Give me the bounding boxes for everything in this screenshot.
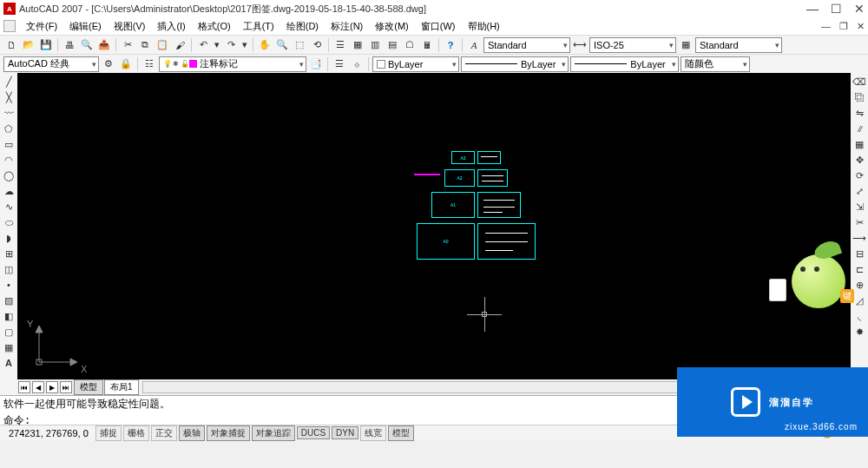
undo-dropdown[interactable]: ▾: [213, 37, 221, 53]
redo-button[interactable]: ↷: [223, 37, 239, 53]
gradient-tool[interactable]: ◧: [2, 309, 16, 323]
paste-button[interactable]: 📋: [155, 37, 170, 53]
plotstyle-combo[interactable]: 随颜色: [681, 56, 750, 72]
redo-dropdown[interactable]: ▾: [240, 37, 249, 53]
rotate-tool[interactable]: ⟳: [852, 168, 866, 182]
menu-modify[interactable]: 修改(M): [370, 19, 414, 34]
dimstyle-icon[interactable]: ⟷: [572, 37, 588, 53]
table-tool[interactable]: ▦: [2, 340, 16, 354]
mdi-minimize[interactable]: —: [821, 21, 831, 32]
sheet-set-button[interactable]: ▤: [385, 37, 400, 53]
explode-tool[interactable]: ✸: [852, 325, 866, 339]
pan-button[interactable]: ✋: [257, 37, 273, 53]
tab-prev-button[interactable]: ◀: [32, 381, 44, 393]
properties-button[interactable]: ☰: [332, 37, 348, 53]
line-tool[interactable]: ╱: [2, 75, 16, 89]
copy-tool[interactable]: ⿻: [852, 90, 866, 104]
move-tool[interactable]: ✥: [852, 153, 866, 167]
workspace-lock-button[interactable]: 🔒: [118, 56, 134, 72]
plot-preview-button[interactable]: 🔍: [79, 37, 95, 53]
tool-palettes-button[interactable]: ▥: [367, 37, 383, 53]
arc-tool[interactable]: ◠: [2, 153, 16, 167]
menu-edit[interactable]: 编辑(E): [64, 19, 107, 34]
mdi-close[interactable]: ✕: [857, 21, 865, 32]
array-tool[interactable]: ▦: [852, 137, 866, 151]
table-style-combo[interactable]: Standard: [695, 37, 782, 53]
markup-button[interactable]: ☖: [402, 37, 418, 53]
text-style-combo[interactable]: Standard: [483, 37, 570, 53]
join-tool[interactable]: ⊕: [852, 278, 866, 292]
undo-button[interactable]: ↶: [195, 37, 211, 53]
status-grid[interactable]: 栅格: [123, 425, 149, 441]
insert-block-tool[interactable]: ⊞: [2, 247, 16, 260]
mdi-restore[interactable]: ❐: [839, 21, 848, 32]
drawing-canvas[interactable]: A3 A2 A1 A0: [17, 73, 851, 379]
ellipse-arc-tool[interactable]: ◗: [2, 231, 16, 245]
menu-dim[interactable]: 标注(N): [326, 19, 368, 34]
layer-states-button[interactable]: ☰: [332, 56, 347, 72]
save-button[interactable]: 💾: [38, 37, 54, 53]
rectangle-tool[interactable]: ▭: [2, 137, 16, 151]
open-button[interactable]: 📂: [21, 37, 36, 53]
lineweight-combo[interactable]: ByLayer: [570, 56, 678, 72]
menu-help[interactable]: 帮助(H): [463, 19, 505, 34]
menu-insert[interactable]: 插入(I): [152, 19, 190, 34]
break-pt-tool[interactable]: ⊟: [852, 247, 866, 260]
zoom-window-button[interactable]: ⬚: [292, 37, 307, 53]
offset-tool[interactable]: ⫽: [852, 122, 866, 135]
extend-tool[interactable]: ⟶: [852, 231, 866, 245]
break-tool[interactable]: ⊏: [852, 262, 866, 276]
tab-model[interactable]: 模型: [74, 379, 103, 395]
layer-tools-button[interactable]: ⟐: [349, 56, 365, 72]
help-button[interactable]: ?: [443, 37, 458, 53]
mtext-tool[interactable]: A: [2, 356, 16, 370]
close-button[interactable]: ✕: [854, 3, 865, 15]
mirror-tool[interactable]: ⇋: [852, 106, 866, 120]
workspace-combo[interactable]: AutoCAD 经典: [3, 56, 99, 72]
coordinate-readout[interactable]: 274231, 276769, 0: [3, 428, 94, 438]
menu-format[interactable]: 格式(O): [193, 19, 236, 34]
dim-style-combo[interactable]: ISO-25: [589, 37, 676, 53]
tab-layout1[interactable]: 布局1: [104, 379, 139, 395]
status-polar[interactable]: 极轴: [179, 425, 205, 441]
chamfer-tool[interactable]: ◿: [852, 293, 866, 307]
new-button[interactable]: 🗋: [3, 37, 19, 53]
menu-window[interactable]: 窗口(W): [416, 19, 461, 34]
fillet-tool[interactable]: ◟: [852, 309, 866, 323]
layer-combo[interactable]: 💡❄🔓 注释标记: [159, 56, 306, 72]
status-ducs[interactable]: DUCS: [297, 426, 330, 439]
tab-last-button[interactable]: ⏭: [60, 381, 72, 393]
tab-next-button[interactable]: ▶: [46, 381, 58, 393]
match-prop-button[interactable]: 🖌: [172, 37, 187, 53]
minimize-button[interactable]: —: [806, 3, 819, 15]
quickcalc-button[interactable]: 🖩: [419, 37, 435, 53]
status-otrack[interactable]: 对象追踪: [252, 425, 295, 441]
polygon-tool[interactable]: ⬠: [2, 122, 16, 135]
maximize-button[interactable]: ☐: [831, 3, 842, 15]
circle-tool[interactable]: ◯: [2, 168, 16, 182]
point-tool[interactable]: •: [2, 278, 16, 292]
pline-tool[interactable]: 〰: [2, 106, 16, 120]
status-snap[interactable]: 捕捉: [95, 425, 122, 441]
status-osnap[interactable]: 对象捕捉: [207, 425, 250, 441]
cut-button[interactable]: ✂: [120, 37, 135, 53]
menu-file[interactable]: 文件(F): [21, 19, 62, 34]
print-button[interactable]: 🖶: [62, 37, 77, 53]
layer-prev-button[interactable]: 📑: [308, 56, 324, 72]
xline-tool[interactable]: ╳: [2, 90, 16, 104]
workspace-settings-button[interactable]: ⚙: [101, 56, 116, 72]
color-combo[interactable]: ByLayer: [372, 56, 459, 72]
status-model[interactable]: 模型: [388, 425, 414, 441]
linetype-combo[interactable]: ByLayer: [461, 56, 569, 72]
zoom-prev-button[interactable]: ⟲: [309, 37, 325, 53]
copy-button[interactable]: ⧉: [137, 37, 153, 53]
menu-draw[interactable]: 绘图(D): [281, 19, 324, 34]
hatch-tool[interactable]: ▨: [2, 293, 16, 307]
scale-tool[interactable]: ⤢: [852, 184, 866, 198]
erase-tool[interactable]: ⌫: [852, 75, 866, 89]
publish-button[interactable]: 📤: [96, 37, 112, 53]
region-tool[interactable]: ▢: [2, 325, 16, 339]
zoom-rt-button[interactable]: 🔍: [274, 37, 290, 53]
revcloud-tool[interactable]: ☁: [2, 184, 16, 198]
stretch-tool[interactable]: ⇲: [852, 200, 866, 214]
